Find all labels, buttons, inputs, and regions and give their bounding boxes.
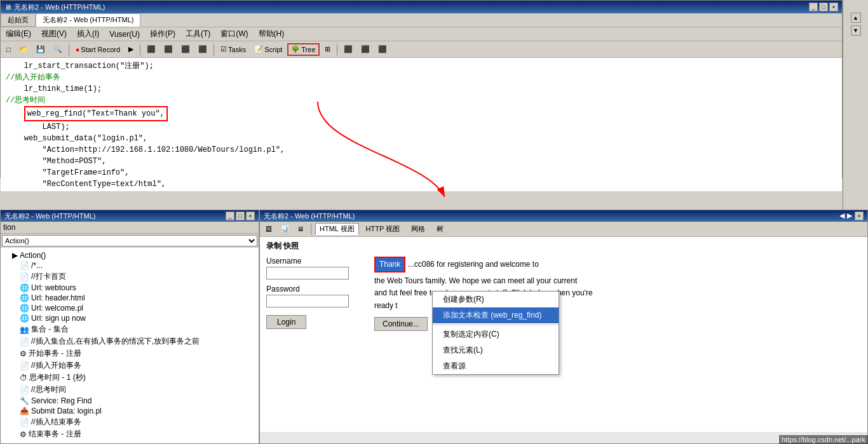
continue-btn[interactable]: Continue...: [374, 317, 428, 331]
left-panel-header: tion: [1, 222, 259, 234]
tab-tree[interactable]: 树: [432, 223, 448, 235]
url-icon-3: 🌐: [20, 304, 29, 313]
tree-end-comment[interactable]: 📄 //插入结束事务: [2, 416, 257, 428]
left-panel-btns[interactable]: _ □ ×: [226, 212, 255, 220]
menu-tools[interactable]: 工具(T): [183, 28, 213, 40]
password-label: Password: [266, 285, 368, 293]
tab-html-view[interactable]: HTML 视图: [315, 223, 359, 235]
search-btn[interactable]: 🔍: [50, 43, 65, 56]
scroll-down[interactable]: ▼: [851, 25, 861, 36]
tree-btn[interactable]: 🌳 Tree: [287, 43, 319, 56]
minimize-btn[interactable]: _: [809, 3, 818, 11]
file-icon-3: 📄: [20, 337, 29, 346]
action-icon: ▶: [12, 251, 18, 260]
menu-view[interactable]: 视图(V): [39, 28, 69, 40]
lp-max-btn[interactable]: □: [236, 212, 245, 220]
open-btn[interactable]: 📂: [16, 43, 31, 56]
menu-action[interactable]: 操作(P): [147, 28, 178, 40]
bottom-url: https://blog.csdn.net/...park: [779, 435, 868, 444]
right-panel-title: 无名称2 - Web (HTTP/HTML) ◀ ▶ ×: [260, 210, 867, 222]
tree-item-label-16: 结束事务 - 注册: [29, 429, 81, 440]
tree-打卡首页[interactable]: 📄 //打卡首页: [2, 271, 257, 283]
extra-btn2[interactable]: ⬛: [358, 43, 373, 56]
login-btn[interactable]: Login: [266, 315, 306, 329]
tab-http-view[interactable]: HTTP 视图: [362, 223, 405, 235]
close-btn[interactable]: ×: [829, 3, 838, 11]
lp-min-btn[interactable]: _: [226, 212, 234, 220]
tab-grid[interactable]: 网格: [407, 223, 430, 235]
left-tree: ▶ Action() 📄 /*... 📄 //打卡首页 🌐 Url: webto…: [1, 248, 259, 443]
action-select[interactable]: Action(): [2, 235, 257, 246]
maximize-btn[interactable]: □: [819, 3, 828, 11]
sep3: [214, 44, 214, 55]
tree-root[interactable]: ▶ Action(): [2, 250, 257, 260]
tasks-icon: ☑: [220, 45, 227, 53]
right-panel-toolbar: 🖼 📊 🖥 HTML 视图 HTTP 视图 网格 树: [260, 222, 867, 237]
menu-window[interactable]: 窗口(W): [218, 28, 250, 40]
tree-comment2[interactable]: 📄 //插入集合点,在有插入事务的情况下,放到事务之前: [2, 335, 257, 347]
tree-item-label-10: //插入开始事务: [31, 360, 81, 371]
next-arrow[interactable]: ▶: [847, 212, 852, 220]
btn-a[interactable]: ⬛: [144, 43, 159, 56]
code-editor[interactable]: lr_start_transaction("注册"); //插入开始事务 lr_…: [1, 58, 842, 191]
rp-close-btn[interactable]: ×: [855, 212, 864, 220]
tree-think-comment[interactable]: 📄 //思考时间: [2, 384, 257, 396]
scroll-up[interactable]: ▲: [851, 13, 861, 23]
tree-item-label-1: /*...: [31, 261, 43, 270]
code-line-4: lr_think_time(1);: [6, 83, 837, 95]
tab-main[interactable]: 无名称2 - Web (HTTP/HTML): [36, 13, 140, 27]
tree-service[interactable]: 🔧 Service: Reg Find: [2, 396, 257, 406]
save-btn[interactable]: 💾: [33, 43, 48, 56]
tree-start-transaction[interactable]: ⚙ 开始事务 - 注册: [2, 347, 257, 360]
btn-c[interactable]: ⬛: [178, 43, 193, 56]
tree-end-transaction[interactable]: ⚙ 结束事务 - 注册: [2, 428, 257, 440]
rp-btn1[interactable]: 🖼: [262, 223, 275, 236]
tree-item-label-14: Submit Data: login.pl: [31, 407, 102, 415]
start-record-btn[interactable]: ● Start Record: [72, 43, 123, 56]
sep2: [140, 44, 140, 55]
context-menu-item-4[interactable]: 查找元素(L): [433, 342, 559, 358]
tree-header[interactable]: 🌐 Url: header.html: [2, 293, 257, 303]
tree-think-time[interactable]: ⏱ 思考时间 - 1 (秒): [2, 372, 257, 384]
tree-insert-comment[interactable]: 📄 //插入开始事务: [2, 360, 257, 372]
new-btn[interactable]: □: [3, 43, 14, 56]
tree-item-label-9: 开始事务 - 注册: [29, 348, 81, 359]
tree-comment[interactable]: 📄 /*...: [2, 260, 257, 271]
play-btn[interactable]: ▶: [125, 43, 137, 56]
btn-d[interactable]: ⬛: [195, 43, 210, 56]
title-bar-buttons[interactable]: _ □ ×: [809, 3, 838, 11]
menu-vuser[interactable]: Vuser(U): [107, 29, 142, 39]
code-line-1: lr_start_transaction("注册");: [6, 60, 837, 72]
context-menu-item-1[interactable]: 创建参数(R): [433, 292, 559, 307]
file-icon-1: 📄: [20, 261, 29, 270]
thank-highlight: Thank: [374, 257, 405, 272]
grid-btn[interactable]: ⊞: [322, 43, 334, 56]
tree-webtours[interactable]: 🌐 Url: webtours: [2, 283, 257, 293]
lp-close-btn[interactable]: ×: [246, 212, 255, 220]
menu-insert[interactable]: 插入(I): [74, 28, 102, 40]
context-menu-item-3[interactable]: 复制选定内容(C): [433, 326, 559, 342]
tree-集合[interactable]: 👥 集合 - 集合: [2, 323, 257, 335]
tree-submit[interactable]: 📤 Submit Data: login.pl: [2, 406, 257, 416]
tasks-btn[interactable]: ☑ Tasks: [217, 43, 249, 56]
tree-signup[interactable]: 🌐 Url: sign up now: [2, 313, 257, 323]
username-input[interactable]: [266, 267, 349, 279]
menu-edit[interactable]: 编辑(E): [3, 28, 34, 40]
context-menu-item-5[interactable]: 查看源: [433, 358, 559, 374]
btn-b[interactable]: ⬛: [161, 43, 176, 56]
extra-btn1[interactable]: ⬛: [341, 43, 356, 56]
menu-help[interactable]: 帮助(H): [256, 28, 287, 40]
password-input[interactable]: [266, 295, 349, 307]
rp-btn2[interactable]: 📊: [278, 223, 292, 236]
prev-arrow[interactable]: ◀: [839, 212, 844, 220]
rp-btn3[interactable]: 🖥: [294, 223, 307, 236]
context-menu-item-2[interactable]: 添加文本检查 (web_reg_find): [433, 307, 559, 323]
tree-item-label-5: Url: welcome.pl: [31, 304, 83, 313]
script-btn[interactable]: 📝 Script: [251, 43, 285, 56]
submit-icon: 📤: [20, 407, 29, 415]
tree-welcome[interactable]: 🌐 Url: welcome.pl: [2, 303, 257, 313]
code-line-5: //思考时间: [6, 95, 837, 106]
tab-home[interactable]: 起始页: [1, 13, 36, 27]
rp-sep: [311, 224, 311, 235]
extra-btn3[interactable]: ⬛: [375, 43, 390, 56]
